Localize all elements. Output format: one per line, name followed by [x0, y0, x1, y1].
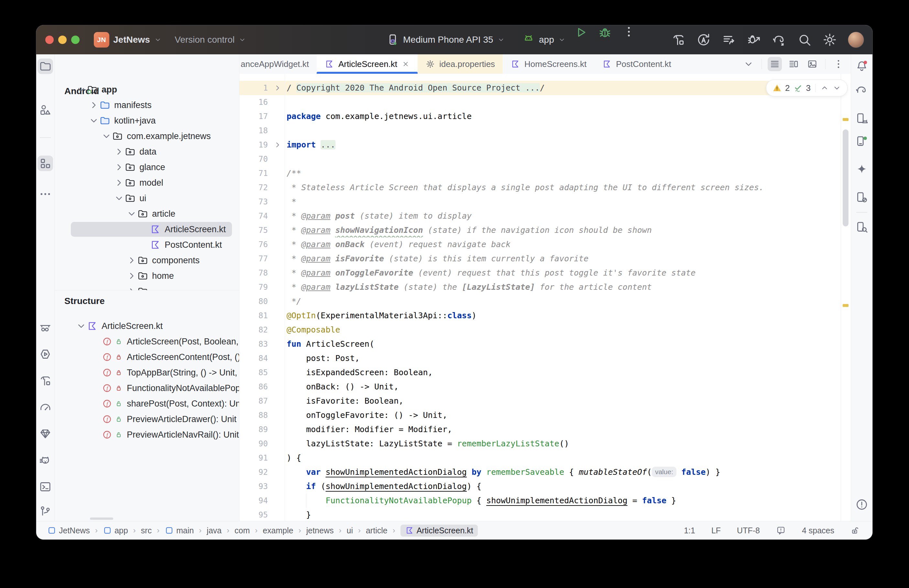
tool-more-tool-windows[interactable] — [37, 186, 53, 202]
tool-device-explorer[interactable] — [854, 219, 870, 235]
search-everywhere-icon[interactable] — [798, 33, 812, 47]
structure-root[interactable]: ArticleScreen.kt — [55, 318, 239, 334]
status-lf[interactable]: LF — [711, 526, 721, 535]
project-tree-item-app[interactable]: app — [55, 82, 239, 97]
tab-idea-properties[interactable]: idea.properties — [418, 54, 503, 74]
avatar[interactable] — [848, 32, 864, 48]
structure-item[interactable]: f PreviewArticleDrawer(): Unit — [55, 411, 239, 427]
tool-version-control-tool[interactable] — [37, 503, 53, 519]
breadcrumb-item-jetnews[interactable]: jetnews — [306, 526, 334, 535]
scrollbar-thumb[interactable] — [843, 129, 849, 226]
run-configuration-selector[interactable]: app — [522, 25, 566, 54]
tool-running-devices[interactable] — [854, 134, 870, 149]
project-tree-item-article[interactable]: article — [55, 206, 239, 221]
project-tree-item-ui[interactable]: ui — [55, 191, 239, 206]
warning-stripe-mark[interactable] — [843, 304, 849, 307]
close-tab-icon[interactable] — [402, 60, 410, 68]
breadcrumb-item-ui[interactable]: ui — [346, 526, 353, 535]
vcs-widget[interactable]: Version control — [175, 25, 246, 54]
status-4-spaces[interactable]: 4 spaces — [802, 526, 834, 535]
tool-terminal[interactable] — [37, 479, 53, 494]
project-tree-item-manifests[interactable]: manifests — [55, 97, 239, 113]
breadcrumb-item-jetnews[interactable]: JetNews — [47, 526, 90, 535]
build-hammer-icon[interactable] — [671, 33, 685, 47]
project-tree-item-data[interactable]: data — [55, 144, 239, 160]
status-1-1[interactable]: 1:1 — [684, 526, 695, 535]
tool-device-manager[interactable] — [854, 111, 870, 126]
breadcrumb-item-example[interactable]: example — [263, 526, 294, 535]
structure-item[interactable]: f ArticleScreen(Post, Boolean, — [55, 334, 239, 349]
tab-articlescreen-kt[interactable]: ArticleScreen.kt — [317, 54, 418, 74]
project-tree-item[interactable] — [55, 284, 239, 290]
project-widget[interactable]: JN JetNews — [94, 25, 162, 54]
tool-app-quality-insights[interactable] — [37, 426, 53, 441]
tool-notifications[interactable] — [854, 58, 870, 74]
split-view-button[interactable] — [786, 57, 801, 71]
fold-arrow-icon[interactable] — [273, 84, 282, 92]
structure-item[interactable]: f FunctionalityNotAvailablePop — [55, 380, 239, 396]
next-problem-icon[interactable] — [832, 84, 841, 92]
tool-resource-manager[interactable] — [37, 102, 53, 118]
more-run-actions-icon[interactable] — [622, 25, 635, 38]
breadcrumb-item-article[interactable]: article — [366, 526, 387, 535]
structure-item[interactable]: f PreviewArticleNavRail(): Unit — [55, 427, 239, 443]
structure-item[interactable]: f ArticleScreenContent(Post, () — [55, 349, 239, 365]
tab-anceappwidget-kt[interactable]: anceAppWidget.kt — [239, 54, 317, 74]
code-editor[interactable]: 1/ Copyright 2020 The Android Open Sourc… — [239, 74, 851, 522]
attach-debugger-icon[interactable] — [747, 33, 761, 47]
tab-postcontent-kt[interactable]: PostContent.kt — [594, 54, 679, 74]
project-tree-item-kotlin-java[interactable]: kotlin+java — [55, 113, 239, 128]
tool-gemini[interactable] — [854, 162, 870, 177]
debug-button[interactable] — [598, 25, 612, 39]
status-utf-8[interactable]: UTF-8 — [737, 526, 760, 535]
tool-project-folder[interactable] — [37, 58, 53, 74]
structure-item[interactable]: f sharePost(Post, Context): Un — [55, 396, 239, 411]
notification-bubble-icon[interactable] — [776, 526, 786, 535]
zoom-window-button[interactable] — [71, 36, 79, 44]
chevron-down-button[interactable] — [741, 57, 756, 71]
apply-changes-icon[interactable] — [696, 33, 711, 47]
breadcrumb-item-com[interactable]: com — [234, 526, 250, 535]
structure-item-label: PreviewArticleNavRail(): Unit — [127, 430, 239, 440]
tool-build-tool[interactable] — [37, 373, 53, 388]
project-tree-item-glance[interactable]: glance — [55, 160, 239, 175]
tool-gradle[interactable] — [854, 82, 870, 98]
tab-homescreens-kt[interactable]: HomeScreens.kt — [503, 54, 594, 74]
structure-hscrollbar[interactable] — [90, 517, 113, 520]
tool-running-devices-bench[interactable] — [37, 320, 53, 335]
warning-stripe-mark[interactable] — [843, 118, 849, 121]
inspection-widget[interactable]: 2 3 — [766, 79, 848, 96]
tool-profiler[interactable] — [37, 399, 53, 415]
project-tree-item-articlescreen-kt[interactable]: ArticleScreen.kt — [55, 221, 239, 237]
tool-device-mirroring[interactable] — [854, 189, 870, 205]
breadcrumb-item-java[interactable]: java — [207, 526, 221, 535]
project-tree-item-postcontent-kt[interactable]: PostContent.kt — [55, 237, 239, 253]
breadcrumb-item-app[interactable]: app — [103, 526, 128, 535]
gradle-sync-icon[interactable] — [772, 33, 786, 47]
tool-services[interactable] — [37, 346, 53, 362]
project-tree-item-home[interactable]: home — [55, 268, 239, 284]
settings-icon[interactable] — [823, 33, 837, 47]
breadcrumb-item-main[interactable]: main — [165, 526, 194, 535]
breadcrumb-item-articlescreen-kt[interactable]: ArticleScreen.kt — [400, 525, 478, 536]
ellipsis-vertical-button[interactable] — [832, 57, 846, 71]
project-tree-item-components[interactable]: components — [55, 253, 239, 268]
apply-code-changes-icon[interactable] — [722, 33, 736, 47]
minimize-window-button[interactable] — [58, 36, 67, 44]
run-button[interactable] — [574, 25, 588, 39]
tool-logcat[interactable] — [37, 452, 53, 468]
list-view-button[interactable] — [768, 57, 782, 71]
tool-structure-tool[interactable] — [37, 155, 53, 171]
unlock-icon[interactable] — [851, 526, 860, 535]
breadcrumb-item-src[interactable]: src — [141, 526, 152, 535]
project-tree-item-com-example-jetnews[interactable]: com.example.jetnews — [55, 128, 239, 144]
project-tree-item-model[interactable]: model — [55, 175, 239, 191]
structure-item[interactable]: f TopAppBar(String, () -> Unit, — [55, 365, 239, 380]
editor-scrollbar[interactable] — [841, 74, 851, 522]
previous-problem-icon[interactable] — [820, 84, 829, 92]
preview-view-button[interactable] — [805, 57, 819, 71]
tool-problems[interactable] — [854, 497, 870, 512]
device-selector[interactable]: Medium Phone API 35 — [386, 25, 505, 54]
close-window-button[interactable] — [45, 36, 54, 44]
fold-arrow-icon[interactable] — [273, 141, 282, 149]
